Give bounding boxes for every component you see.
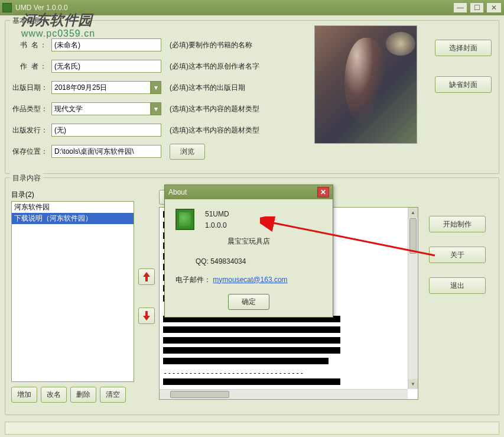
about-ok-button[interactable]: 确定 [228, 294, 269, 310]
about-version: 1.0.0.0 [205, 220, 229, 231]
pubdate-combo[interactable]: ▾ [51, 81, 161, 94]
vertical-scrollbar[interactable]: ▲ ▼ [408, 208, 418, 389]
about-app-name: 51UMD [205, 209, 229, 220]
pubdate-label: 出版日期： [11, 83, 48, 93]
minimize-button[interactable]: — [453, 2, 467, 13]
default-cover-button[interactable]: 缺省封面 [435, 76, 492, 93]
scroll-down-icon[interactable]: ▼ [408, 379, 418, 389]
move-down-button[interactable] [138, 307, 155, 324]
genre-hint: (选填)这本书内容的题材类型 [170, 104, 259, 114]
exit-button[interactable]: 退出 [429, 277, 486, 294]
publisher-label: 出版发行： [11, 125, 48, 135]
author-input[interactable] [51, 60, 161, 73]
rename-button[interactable]: 改名 [41, 387, 67, 403]
book-name-hint: (必填)要制作的书籍的名称 [170, 40, 252, 50]
window-title: UMD Ver 1.0.0.0 [15, 4, 451, 12]
choose-cover-button[interactable]: 选择封面 [435, 40, 492, 56]
arrow-up-icon [143, 272, 150, 281]
about-mail-link[interactable]: mymousecat@163.com [213, 276, 287, 284]
app-icon [2, 3, 12, 12]
about-qq: QQ: 549834034 [196, 256, 322, 267]
about-titlebar: About ✕ [165, 185, 333, 199]
arrow-down-icon [143, 311, 150, 321]
author-hint: (必填)这本书的原创作者名字 [170, 61, 259, 72]
scrollbar-thumb-h[interactable] [170, 391, 229, 398]
move-up-button[interactable] [138, 268, 155, 285]
maximize-button[interactable]: ☐ [470, 2, 484, 13]
savepath-label: 保存位置： [11, 147, 48, 157]
author-label: 作 者： [11, 61, 48, 72]
about-title-text: About [168, 188, 317, 196]
basic-info-legend: 基本信息 [10, 16, 43, 26]
about-close-button[interactable]: ✕ [317, 187, 329, 198]
about-button[interactable]: 关于 [429, 247, 486, 263]
genre-dropdown-icon[interactable]: ▾ [151, 102, 161, 115]
pubdate-input[interactable] [51, 81, 151, 94]
about-dialog: About ✕ 51UMD 1.0.0.0 晨宝宝玩具店 QQ: 5498340… [164, 184, 333, 318]
list-item[interactable]: 河东软件园 [12, 202, 134, 213]
status-bar [5, 422, 499, 435]
book-name-input[interactable] [51, 38, 161, 51]
basic-info-group: 基本信息 书 名： (必填)要制作的书籍的名称 作 者： (必填)这本书的原创作… [5, 20, 499, 174]
horizontal-scrollbar[interactable] [160, 389, 408, 399]
book-name-label: 书 名： [11, 40, 48, 50]
publisher-input[interactable] [51, 124, 161, 137]
scroll-up-icon[interactable]: ▲ [408, 208, 418, 218]
genre-combo[interactable]: ▾ [51, 102, 161, 115]
savepath-input[interactable] [51, 145, 161, 158]
pubdate-dropdown-icon[interactable]: ▾ [151, 81, 161, 94]
cover-image [314, 25, 417, 144]
window-titlebar: UMD Ver 1.0.0.0 — ☐ ✕ [0, 0, 504, 15]
delete-button[interactable]: 删除 [70, 387, 96, 403]
dir-list-label: 目录(2) [11, 190, 134, 200]
list-item[interactable]: 下载说明（河东软件园） [12, 213, 134, 224]
browse-button[interactable]: 浏览 [170, 144, 205, 160]
about-mail-label: 电子邮件： [175, 276, 211, 284]
publisher-hint: (选填)这本书内容的题材类型 [170, 125, 259, 135]
about-shop: 晨宝宝玩具店 [175, 236, 322, 247]
directory-legend: 目录内容 [10, 173, 43, 183]
scrollbar-thumb[interactable] [409, 218, 417, 254]
about-app-icon [175, 209, 194, 230]
genre-input[interactable] [51, 102, 151, 115]
start-make-button[interactable]: 开始制作 [429, 216, 486, 232]
genre-label: 作品类型： [11, 104, 48, 114]
cover-area: 选择封面 缺省封面 [314, 25, 492, 144]
close-button[interactable]: ✕ [486, 2, 502, 13]
pubdate-hint: (必填)这本书的出版日期 [170, 83, 245, 93]
clear-button[interactable]: 清空 [100, 387, 126, 403]
directory-listbox[interactable]: 河东软件园 下载说明（河东软件园） [11, 201, 134, 382]
add-button[interactable]: 增加 [11, 387, 37, 403]
